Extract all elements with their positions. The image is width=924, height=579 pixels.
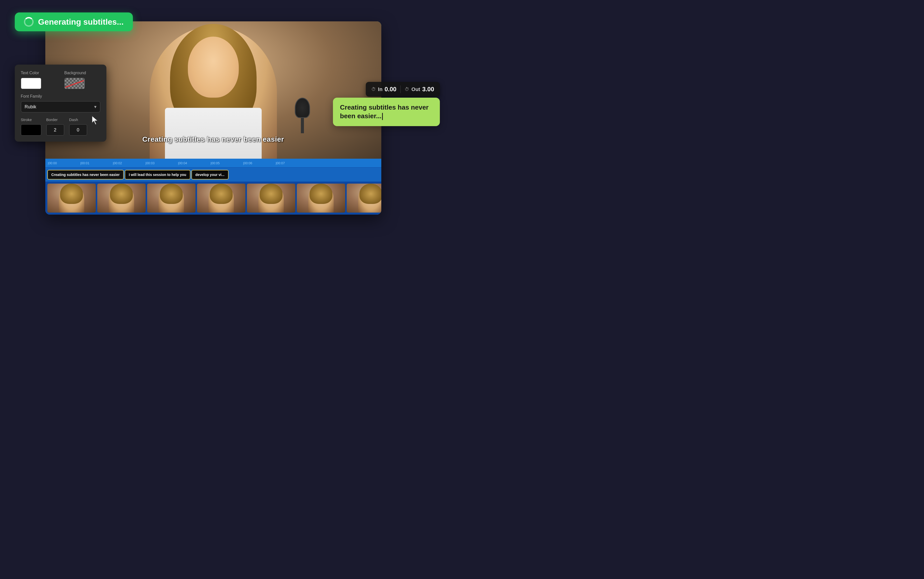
background-col: Background <box>64 71 100 89</box>
font-family-row: Font Family Rubik ▾ <box>21 94 100 113</box>
tick-4: |00:04 <box>178 161 187 165</box>
tick-0: |00:00 <box>48 161 57 165</box>
tick-3: |00:03 <box>145 161 154 165</box>
text-color-col: Text Color <box>21 71 57 89</box>
tick-6: |00:06 <box>243 161 252 165</box>
dash-label: Dash <box>69 118 87 122</box>
timer-in-icon: ⏱ <box>371 87 376 92</box>
font-family-label: Font Family <box>21 94 100 99</box>
in-value: 0.00 <box>385 86 397 93</box>
text-color-label: Text Color <box>21 71 57 75</box>
out-value: 3.00 <box>422 86 434 93</box>
tick-1: |00:01 <box>80 161 89 165</box>
styling-panel: Text Color Background Font Family Rubik … <box>15 65 107 142</box>
border-col: Border 2 <box>46 118 64 136</box>
tick-7: |00:07 <box>276 161 285 165</box>
background-label: Background <box>64 71 100 75</box>
video-subtitle-overlay: Creating subtitles has never been easier <box>142 135 284 144</box>
out-label: Out <box>411 87 420 92</box>
thumbnail-3 <box>197 183 245 213</box>
thumbnail-6 <box>347 183 381 213</box>
video-subtitle-text: Creating subtitles has never been easier <box>142 135 284 143</box>
inout-panel: ⏱ In 0.00 ⏱ Out 3.00 <box>366 82 440 96</box>
subtitle-track: Creating subtitles has never been easier… <box>45 168 381 182</box>
background-swatch[interactable] <box>64 78 85 89</box>
mic-head <box>295 98 310 118</box>
subtitle-chip-0[interactable]: Creating subtitles has never been easier <box>48 170 124 180</box>
subtitle-chip-1[interactable]: I will lead this session to help you <box>125 170 190 180</box>
tick-5: |00:05 <box>210 161 220 165</box>
font-family-value: Rubik <box>25 104 36 110</box>
mic-body <box>301 118 304 133</box>
thumbnail-1 <box>97 183 146 213</box>
spinner-icon <box>24 17 34 27</box>
in-label: In <box>378 87 382 92</box>
border-label: Border <box>46 118 64 122</box>
woman-face <box>188 37 239 98</box>
border-input[interactable]: 2 <box>46 124 64 136</box>
timeline-area: |00:00 |00:01 |00:02 |00:03 |00:04 |00:0… <box>45 159 381 214</box>
generating-subtitles-badge: Generating subtitles... <box>15 13 133 31</box>
dash-col: Dash 0 <box>69 118 87 136</box>
timer-out-icon: ⏱ <box>405 87 409 92</box>
stroke-label: Stroke <box>21 118 41 122</box>
out-item: ⏱ Out 3.00 <box>405 86 434 93</box>
subtitle-chip-2[interactable]: develop your vi... <box>191 170 228 180</box>
generating-text: Generating subtitles... <box>38 17 124 27</box>
dash-input[interactable]: 0 <box>69 124 87 136</box>
in-item: ⏱ In 0.00 <box>371 86 397 93</box>
bubble-text: Creating subtitles has never been easier… <box>340 103 433 121</box>
color-row: Text Color Background <box>21 71 100 89</box>
stroke-col: Stroke <box>21 118 41 136</box>
dropdown-arrow-icon: ▾ <box>94 104 97 110</box>
thumbnail-5 <box>297 183 345 213</box>
thumbnail-2 <box>147 183 195 213</box>
text-color-swatch[interactable] <box>21 78 41 89</box>
font-family-select[interactable]: Rubik ▾ <box>21 101 100 113</box>
thumbnail-0 <box>48 183 96 213</box>
thumbnail-strip <box>45 182 381 214</box>
stroke-row: Stroke Border 2 Dash 0 <box>21 118 100 136</box>
timeline-ruler: |00:00 |00:01 |00:02 |00:03 |00:04 |00:0… <box>45 159 381 168</box>
microphone <box>295 98 310 138</box>
thumbnail-4 <box>247 183 295 213</box>
subtitle-edit-bubble[interactable]: Creating subtitles has never been easier… <box>333 98 440 126</box>
tick-2: |00:02 <box>113 161 122 165</box>
woman-shirt <box>165 108 262 159</box>
stroke-color-swatch[interactable] <box>21 124 41 136</box>
text-cursor <box>382 113 383 120</box>
